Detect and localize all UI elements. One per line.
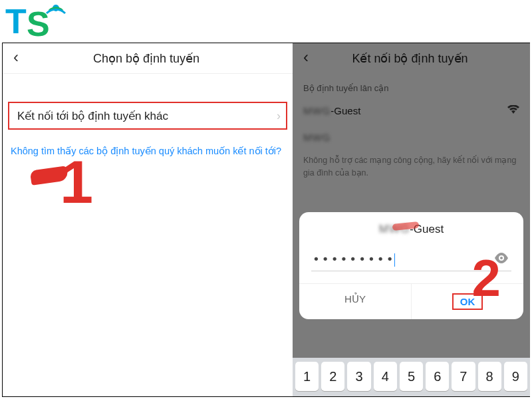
- step-number-1: 1: [60, 148, 93, 217]
- logo-letter-s: S: [27, 5, 50, 41]
- key-7[interactable]: 7: [452, 362, 475, 391]
- ts-logo: T S: [4, 1, 70, 44]
- numeric-keyboard: 1 2 3 4 5 6 7 8 9: [293, 358, 530, 396]
- not-found-link[interactable]: Không tìm thấy các bộ định tuyến quý khá…: [11, 146, 285, 156]
- title-left: Chọn bộ định tuyến: [7, 51, 286, 66]
- header-left: ‹ Chọn bộ định tuyến: [3, 43, 293, 74]
- key-8[interactable]: 8: [478, 362, 501, 391]
- connect-other-label: Kết nối tới bộ định tuyến khác: [17, 109, 168, 123]
- screenshot-frame: ‹ Chọn bộ định tuyến Kết nối tới bộ định…: [2, 43, 530, 397]
- text-cursor: [394, 253, 396, 267]
- cancel-button[interactable]: HỦY: [299, 284, 412, 319]
- key-4[interactable]: 4: [374, 362, 397, 391]
- chevron-right-icon: ›: [277, 109, 281, 123]
- key-5[interactable]: 5: [400, 362, 423, 391]
- key-6[interactable]: 6: [426, 362, 449, 391]
- ok-button[interactable]: OK: [412, 284, 523, 319]
- step-number-2: 2: [472, 248, 501, 309]
- logo-letter-t: T: [5, 2, 27, 41]
- canvas: T S ‹ Chọn bộ định tuyến Kết nối tới bộ …: [0, 0, 532, 399]
- password-input[interactable]: •••••••••: [313, 252, 493, 267]
- connect-other-router-row[interactable]: Kết nối tới bộ định tuyến khác ›: [8, 102, 287, 130]
- key-2[interactable]: 2: [321, 362, 344, 391]
- screen-right: ‹ Kết nối bộ định tuyến Bộ định tuyến lâ…: [293, 43, 530, 396]
- key-1[interactable]: 1: [295, 362, 319, 391]
- key-3[interactable]: 3: [347, 362, 370, 391]
- key-9[interactable]: 9: [504, 362, 527, 391]
- screen-left: ‹ Chọn bộ định tuyến Kết nối tới bộ định…: [3, 43, 293, 396]
